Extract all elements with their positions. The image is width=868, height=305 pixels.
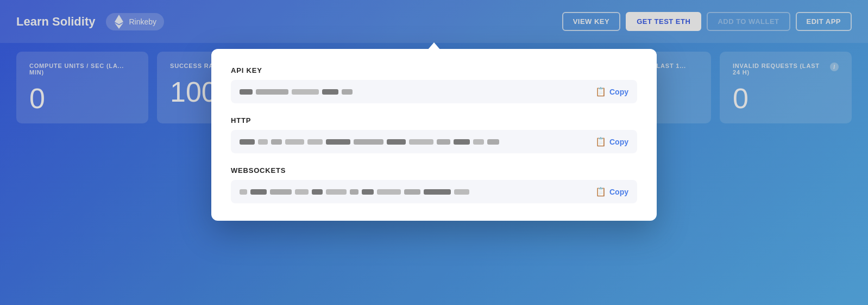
key-seg [473,139,484,145]
copy-icon: 📋 [595,86,606,97]
key-seg [362,189,374,195]
key-seg [350,189,358,195]
http-section: HTTP 📋 [231,116,637,153]
key-seg [424,189,451,195]
websockets-section: WEBSOCKETS 📋 [231,166,637,203]
key-seg [256,89,288,95]
api-key-copy-button[interactable]: 📋 Copy [595,86,628,97]
websockets-label: WEBSOCKETS [231,166,637,175]
modal-arrow [427,42,441,50]
key-seg [404,189,420,195]
key-seg [354,139,383,145]
api-key-section: API KEY 📋 Copy [231,66,637,103]
api-key-label: API KEY [231,66,637,74]
key-seg [295,189,309,195]
key-seg [409,139,433,145]
key-seg [292,89,319,95]
copy-icon: 📋 [595,136,606,147]
http-label: HTTP [231,116,637,125]
key-seg [307,139,323,145]
websockets-key-row: 📋 Copy [231,180,637,203]
key-seg [487,139,499,145]
key-seg [285,139,304,145]
api-key-value [240,89,590,95]
key-seg [250,189,267,195]
key-seg [270,189,292,195]
http-key-row: 📋 Copy [231,130,637,153]
key-seg [240,89,253,95]
key-seg [271,139,282,145]
key-seg [326,189,347,195]
key-seg [312,189,323,195]
key-seg [377,189,401,195]
key-seg [240,139,255,145]
key-seg [454,139,470,145]
key-seg [322,89,338,95]
api-key-row: 📋 Copy [231,80,637,103]
key-seg [437,139,450,145]
key-seg [258,139,268,145]
key-seg [387,139,406,145]
key-seg [454,189,469,195]
http-copy-button[interactable]: 📋 Copy [595,136,628,147]
key-seg [240,189,247,195]
key-seg [326,139,350,145]
websockets-copy-button[interactable]: 📋 Copy [595,186,628,197]
copy-icon: 📋 [595,186,606,197]
websockets-key-value [240,189,590,195]
http-key-value [240,139,590,145]
modal-overlay: API KEY 📋 Copy HTTP [0,0,868,305]
key-seg [342,89,353,95]
api-key-modal: API KEY 📋 Copy HTTP [211,49,657,221]
